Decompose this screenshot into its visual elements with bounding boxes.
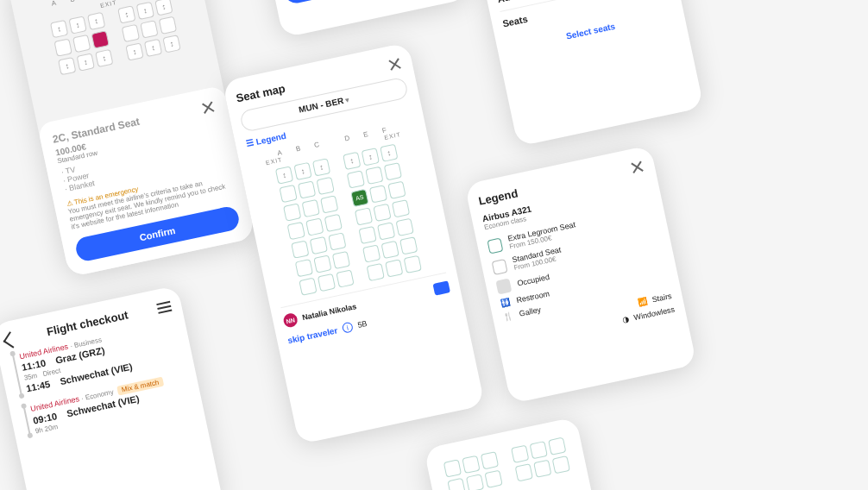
stairs-icon: 📶: [637, 297, 648, 307]
seat[interactable]: [362, 148, 380, 166]
seat[interactable]: [369, 185, 387, 203]
passengers-screen: ngName i 5B 20€ LR Lily Roberts i 5B 20€…: [253, 0, 469, 38]
seat[interactable]: [367, 263, 385, 281]
seat-confirm-modal: 2C, Standard Seat 100.00€ Standard row ·…: [37, 85, 255, 278]
menu-icon[interactable]: [156, 300, 172, 313]
seat[interactable]: [377, 222, 395, 240]
seat-grid-dim: EXIT: [25, 0, 204, 80]
seat[interactable]: [295, 259, 313, 277]
seat[interactable]: [312, 158, 330, 176]
seat[interactable]: [387, 181, 406, 199]
seat[interactable]: [316, 177, 334, 195]
legend-link[interactable]: ☰ Legend: [245, 131, 287, 149]
seat[interactable]: [381, 241, 399, 259]
checkout-screen-2: Business Graz (GRZ) 35m Direct 11:45Schw…: [454, 0, 704, 147]
seat[interactable]: [362, 244, 381, 262]
seat[interactable]: [305, 217, 324, 236]
seat[interactable]: [291, 240, 309, 258]
windowless-icon: ◑: [621, 315, 630, 324]
seat[interactable]: [320, 195, 338, 213]
seat[interactable]: [287, 222, 305, 240]
seat[interactable]: [336, 269, 354, 287]
seat[interactable]: [392, 199, 410, 217]
seat-selected[interactable]: AS: [350, 189, 368, 207]
seat[interactable]: [358, 226, 376, 244]
seat-grid: AS: [252, 139, 444, 300]
seat-map-icon[interactable]: [432, 280, 450, 295]
seat-confirm-screen: ☰ Legend ABCDEF EXIT 2C, Standard Seat 1…: [7, 0, 255, 277]
seat-grid-mini: [424, 417, 597, 490]
seat[interactable]: [365, 166, 383, 185]
seat-code: 5B: [356, 319, 368, 330]
next-flight-button[interactable]: Next flight: [282, 0, 453, 5]
seat[interactable]: [324, 214, 343, 232]
close-icon[interactable]: [200, 99, 217, 116]
seat[interactable]: [395, 218, 413, 236]
seat[interactable]: [275, 166, 293, 184]
avatar: NN: [282, 312, 299, 329]
seat[interactable]: [293, 162, 311, 180]
seat-map-screen: Seat map MUN - BER ▾ ☰ Legend ABCDEF EXI…: [222, 42, 485, 444]
select-seats-link[interactable]: Select seats: [565, 21, 616, 41]
seat[interactable]: [299, 277, 317, 295]
seat[interactable]: [328, 232, 346, 250]
seat[interactable]: [313, 254, 331, 273]
seat[interactable]: [343, 152, 361, 170]
seat[interactable]: [384, 162, 402, 180]
seat[interactable]: [283, 203, 301, 221]
info-icon[interactable]: i: [342, 322, 354, 334]
close-icon[interactable]: [629, 159, 645, 175]
seat[interactable]: [347, 170, 365, 188]
seat[interactable]: [310, 236, 328, 254]
close-icon[interactable]: [387, 56, 403, 72]
seat[interactable]: [385, 259, 403, 277]
legend-screen: Legend Airbus A321 Econom class Extra Le…: [464, 145, 696, 404]
seat[interactable]: [318, 273, 336, 292]
checkout-screen-1: Flight checkout United Airlines · Busine…: [0, 286, 223, 490]
galley-icon: 🍴: [502, 311, 513, 322]
seat[interactable]: [279, 185, 297, 203]
seat[interactable]: [399, 236, 418, 254]
restroom-icon: 🚻: [500, 298, 511, 308]
seat[interactable]: [373, 204, 391, 222]
seat[interactable]: [302, 199, 320, 217]
seat[interactable]: [404, 255, 422, 273]
seat[interactable]: [332, 251, 350, 269]
seat[interactable]: [298, 180, 316, 198]
seat[interactable]: [355, 207, 373, 225]
seat[interactable]: [380, 144, 398, 162]
